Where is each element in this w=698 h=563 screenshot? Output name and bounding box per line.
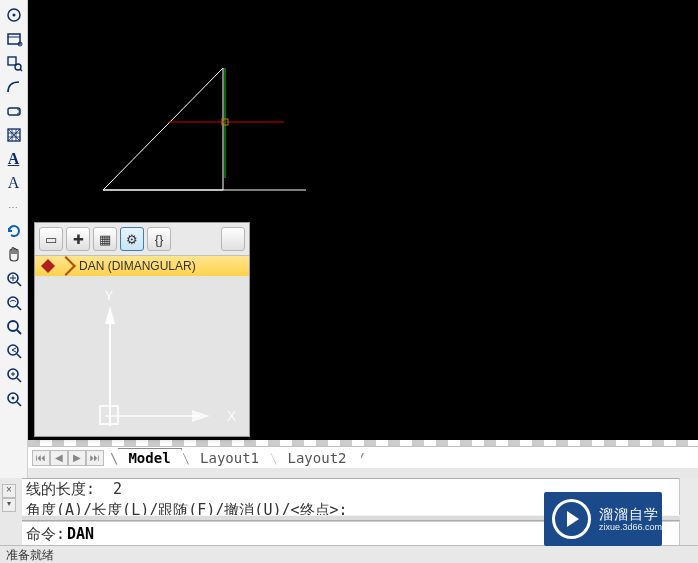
watermark-title: 溜溜自学 [599, 506, 662, 522]
svg-line-21 [17, 378, 21, 382]
tab-layout2[interactable]: Layout2 [277, 449, 356, 467]
svg-marker-34 [192, 410, 210, 422]
svg-line-19 [17, 354, 21, 358]
tab-model[interactable]: Model [118, 448, 181, 467]
tab-layout1[interactable]: Layout1 [190, 449, 269, 467]
svg-point-1 [12, 14, 15, 17]
svg-point-16 [8, 321, 18, 331]
svg-rect-5 [8, 57, 16, 65]
ac-layer-btn[interactable]: ▦ [93, 227, 117, 251]
ac-toolbar: ▭ ✚ ▦ ⚙ {} [35, 223, 249, 256]
arc-icon[interactable] [3, 76, 25, 98]
tab-first-btn[interactable]: ⏮ [32, 450, 50, 466]
ac-item-dan[interactable]: DAN (DIMANGULAR) [35, 256, 249, 276]
zoom-realtime-icon[interactable] [3, 292, 25, 314]
svg-marker-31 [105, 306, 115, 324]
svg-point-26 [11, 397, 14, 400]
zoom-all-icon[interactable] [3, 364, 25, 386]
refresh-icon[interactable] [3, 220, 25, 242]
ac-gear-btn[interactable]: ⚙ [120, 227, 144, 251]
autocomplete-panel: ▭ ✚ ▦ ⚙ {} DAN (DIMANGULAR) Y [34, 222, 250, 437]
zoom-center-icon[interactable] [3, 388, 25, 410]
cmd-close-button[interactable]: × [2, 484, 16, 498]
ac-blank-btn[interactable] [221, 227, 245, 251]
ac-preview: Y X [35, 276, 249, 436]
zoom-in-icon[interactable] [3, 316, 25, 338]
ac-list: DAN (DIMANGULAR) [35, 256, 249, 276]
svg-line-7 [20, 69, 22, 71]
svg-line-25 [17, 402, 21, 406]
command-prompt-label: 命令: [26, 525, 65, 544]
tab-strip: ⏮ ◀ ▶ ⏭ \ Model \ Layout1 \ Layout2 / [28, 446, 698, 468]
hatch-icon[interactable] [3, 124, 25, 146]
svg-line-15 [17, 306, 21, 310]
pan-hand-icon[interactable] [3, 244, 25, 266]
text-bold-icon[interactable]: A [3, 148, 25, 170]
svg-text:X: X [227, 408, 237, 424]
tab-last-btn[interactable]: ⏭ [86, 450, 104, 466]
erase-icon[interactable] [3, 100, 25, 122]
more-icon[interactable]: ⋯ [3, 196, 25, 218]
status-text: 准备就绪 [6, 548, 54, 562]
zoom-previous-icon[interactable] [3, 340, 25, 362]
left-toolbar: A A ⋯ [0, 0, 28, 478]
text-normal-icon[interactable]: A [3, 172, 25, 194]
dimangular-angle-icon [56, 256, 76, 276]
tab-prev-btn[interactable]: ◀ [50, 450, 68, 466]
svg-point-14 [8, 297, 18, 307]
zoom-window-icon[interactable] [3, 52, 25, 74]
watermark-sub: zixue.3d66.com [599, 522, 662, 532]
ac-view-btn[interactable]: ▭ [39, 227, 63, 251]
dimangular-red-icon [41, 259, 55, 273]
cmd-options-button[interactable]: ▾ [2, 498, 16, 512]
play-icon [552, 499, 591, 539]
cmd-scrollbar[interactable] [679, 478, 698, 545]
watermark: 溜溜自学 zixue.3d66.com [544, 492, 662, 546]
ac-braces-btn[interactable]: {} [147, 227, 171, 251]
ac-plus-btn[interactable]: ✚ [66, 227, 90, 251]
status-bar: 准备就绪 [0, 545, 698, 563]
svg-line-17 [17, 330, 21, 334]
ac-item-label: DAN (DIMANGULAR) [79, 259, 196, 273]
svg-text:Y: Y [105, 289, 113, 303]
svg-line-11 [17, 282, 21, 286]
window-icon[interactable] [3, 28, 25, 50]
zoom-extents-icon[interactable] [3, 268, 25, 290]
tab-next-btn[interactable]: ▶ [68, 450, 86, 466]
target-icon[interactable] [3, 4, 25, 26]
